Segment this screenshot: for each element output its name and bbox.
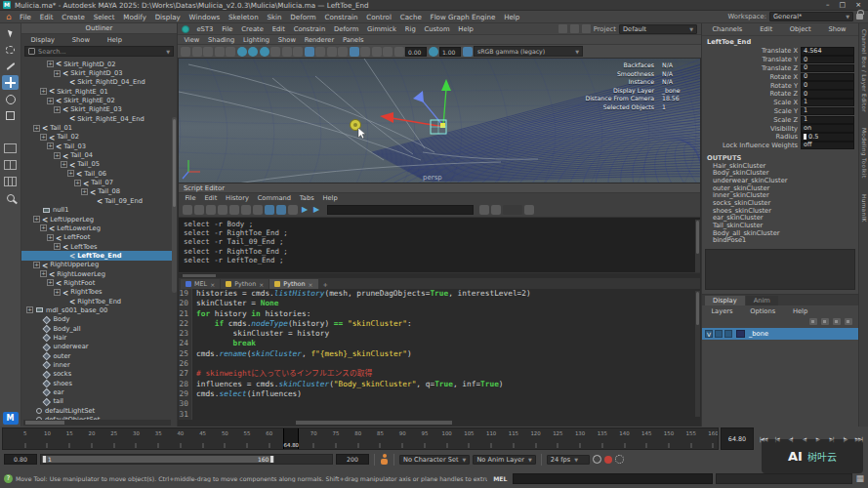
layer-tab-anim[interactable]: Anim <box>746 296 778 305</box>
outliner-item[interactable]: socks <box>21 370 177 379</box>
viewport-menu-item[interactable]: Shading <box>204 36 239 44</box>
outliner-item[interactable]: defaultObjectSet <box>21 415 177 420</box>
attribute-value-field[interactable]: 0 <box>801 81 854 89</box>
script-tab-python[interactable]: Python× <box>221 279 269 289</box>
anim-layer-dropdown[interactable]: No Anim Layer▼ <box>473 455 535 465</box>
shelf-menu-item[interactable]: Gimmick <box>363 25 401 33</box>
animation-start-field[interactable]: 0.80 <box>4 454 37 465</box>
main-menu-item[interactable]: Control <box>362 13 395 21</box>
line-numbers-icon[interactable] <box>524 205 534 215</box>
status-icon[interactable] <box>570 24 579 33</box>
main-menu-item[interactable]: Skin <box>263 13 286 21</box>
project-dropdown[interactable]: Default▼ <box>619 24 697 34</box>
rotate-tool[interactable] <box>2 92 19 106</box>
attribute-value-field[interactable]: 0 <box>801 56 854 63</box>
layer-row[interactable]: V _bone <box>702 328 858 340</box>
animation-preferences-icon[interactable] <box>615 455 624 464</box>
script-search-input[interactable] <box>327 205 474 215</box>
script-toolbar-icon[interactable] <box>229 205 239 215</box>
time-slider[interactable]: 5101520253035404550556065707580859095100… <box>2 427 719 450</box>
layout-four-pane-button[interactable] <box>2 174 19 188</box>
est3-icon[interactable] <box>182 25 189 33</box>
auto-keyframe-icon[interactable] <box>604 456 612 464</box>
attribute-value-field[interactable]: 0 <box>801 90 854 98</box>
output-node[interactable]: bindPose1 <box>702 237 858 245</box>
selected-node-name[interactable]: LeftToe_End <box>702 36 858 47</box>
range-slider[interactable]: 1 160 <box>40 454 333 465</box>
playback-speed-icon[interactable] <box>593 455 601 464</box>
minimize-button[interactable]: – <box>826 1 830 9</box>
main-menu-item[interactable]: Skeleton <box>225 13 263 21</box>
layout-two-pane-button[interactable] <box>2 157 19 172</box>
new-tab-button[interactable]: + <box>319 281 332 289</box>
script-history-pane[interactable]: select -r Body ;select -r RightToe_End ;… <box>179 218 700 273</box>
viewport-toolbar-icon[interactable] <box>315 47 325 57</box>
script-editor-menu-item[interactable]: Tabs <box>295 194 318 202</box>
shelf-menu-item[interactable]: Help <box>454 25 477 33</box>
viewport-toolbar-icon[interactable] <box>192 47 202 57</box>
paint-select-tool[interactable] <box>2 59 19 73</box>
shelf-menu-item[interactable]: Create <box>237 25 268 33</box>
quick-help-field[interactable] <box>503 205 522 215</box>
attribute-value-field[interactable]: 4.564 <box>801 47 854 55</box>
viewport-menu-item[interactable]: Lighting <box>239 36 274 44</box>
channel-box-menu-item[interactable]: Object <box>785 25 815 33</box>
outliner-item[interactable]: Body_all <box>21 324 177 333</box>
outliner-menu-item[interactable]: Help <box>103 36 126 44</box>
lock-icon[interactable] <box>856 14 863 20</box>
outliner-hscrollbar[interactable] <box>23 420 171 426</box>
script-editor-menu-item[interactable]: Help <box>318 194 342 202</box>
outliner-item[interactable]: +<Tail_04 <box>21 150 177 159</box>
outliner-item[interactable]: +<Skirt_RightD_02 <box>21 60 177 68</box>
outliner-item[interactable]: +<Tail_07 <box>21 178 177 186</box>
color-management-icon[interactable] <box>463 47 473 57</box>
code-hscrollbar[interactable] <box>179 420 700 426</box>
layer-display-toggle[interactable] <box>724 330 732 338</box>
viewport-toolbar-icon[interactable] <box>226 47 235 57</box>
history-scrollbar[interactable] <box>695 220 700 272</box>
outliner-scrollbar[interactable] <box>172 117 177 293</box>
outliner-item[interactable]: shoes <box>21 379 177 387</box>
select-tool[interactable] <box>2 25 19 40</box>
script-code-pane[interactable]: 19histories = cmds.listHistory(mesh, pru… <box>179 289 700 420</box>
outliner-item[interactable]: outer <box>21 351 177 360</box>
script-editor-menu-item[interactable]: History <box>222 194 254 202</box>
outliner-item[interactable]: +<LeftFoot <box>21 233 177 242</box>
sidebar-tab[interactable]: HumanIK <box>861 194 867 223</box>
outliner-item[interactable]: +<RightToes <box>21 288 177 297</box>
layer-visible-toggle[interactable]: V <box>705 330 713 338</box>
viewport-toolbar-icon[interactable] <box>237 47 247 57</box>
layer-option-icon[interactable] <box>821 318 829 325</box>
outliner-item[interactable]: <Tail_09_End <box>21 196 177 205</box>
outliner-item[interactable]: +<Tail_03 <box>21 142 177 150</box>
main-menu-item[interactable]: Display <box>150 13 185 21</box>
script-editor-menu-item[interactable]: Command <box>253 194 295 202</box>
outliner-item[interactable]: +<Tail_01 <box>21 123 177 132</box>
main-menu-item[interactable]: Edit <box>35 13 58 21</box>
main-menu-item[interactable]: Create <box>58 13 89 21</box>
outliner-menu-item[interactable]: Show <box>67 36 94 44</box>
shelf-menu-item[interactable]: eST3 <box>192 25 218 33</box>
maya-taskbar-icon[interactable]: M <box>3 412 19 425</box>
command-line-input[interactable] <box>513 473 713 484</box>
viewport-toolbar-icon[interactable] <box>282 47 292 57</box>
script-toolbar-icon[interactable] <box>253 205 263 215</box>
outliner-item[interactable]: defaultLightSet <box>21 406 177 415</box>
script-editor-launch-icon[interactable]: ▦ <box>855 473 864 483</box>
status-icon[interactable] <box>582 24 591 33</box>
viewport-toolbar-icon[interactable] <box>215 47 225 57</box>
character-set-icon[interactable] <box>380 454 389 465</box>
outliner-item[interactable]: +<RightUpperLeg <box>21 261 177 269</box>
script-editor-menu-item[interactable]: Edit <box>200 194 222 202</box>
outliner-item[interactable]: +<Skirt_RightD_03 <box>21 68 177 77</box>
colorspace-dropdown[interactable]: sRGB gamma (legacy)▼ <box>474 46 583 57</box>
command-line-language[interactable]: MEL <box>490 475 510 482</box>
viewport-toolbar-icon[interactable] <box>270 47 280 57</box>
outliner-item[interactable]: Body <box>21 315 177 324</box>
animation-end-field[interactable]: 200 <box>336 454 369 465</box>
outliner-item[interactable]: ear <box>21 387 177 396</box>
attribute-value-field[interactable]: off <box>801 142 854 149</box>
gamma-field[interactable]: 1.00 <box>439 47 461 57</box>
script-toolbar-icon[interactable] <box>241 205 251 215</box>
shelf-menu-item[interactable]: Deform <box>330 25 363 33</box>
